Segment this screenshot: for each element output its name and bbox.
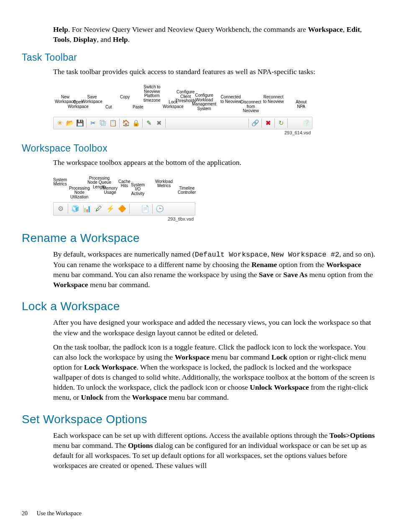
system-io-icon[interactable]: 🔶 [117, 204, 128, 214]
configure-wms-icon[interactable]: ✖ [154, 118, 164, 128]
open-workspace-icon[interactable]: 📂 [65, 118, 74, 128]
proc-queue-icon[interactable]: 📊 [82, 204, 92, 214]
separator [129, 204, 130, 214]
bold-help: Help [53, 25, 68, 33]
separator [248, 118, 249, 128]
toolbar-labels: New Workspace Open Workspace Save Worksp… [53, 82, 312, 117]
separator [86, 118, 87, 128]
workload-metrics-icon[interactable]: 📄 [140, 204, 151, 214]
reconnect-icon[interactable]: ↻ [276, 118, 286, 128]
separator [119, 118, 120, 128]
timeline-controller-icon[interactable]: 🕒 [154, 204, 165, 214]
configure-thresholds-icon[interactable]: ✎ [144, 118, 153, 128]
heading-workspace-toolbox: Workspace Toolbox [22, 143, 377, 154]
cache-hits-icon[interactable]: ⚡ [105, 204, 116, 214]
paste-icon[interactable]: 📋 [108, 118, 118, 128]
intro-paragraph: Help. For Neoview Query Viewer and Neovi… [22, 24, 377, 44]
separator [68, 204, 68, 214]
connected-icon[interactable]: 🔗 [251, 118, 260, 128]
lock-workspace-para1: After you have designed your workspace a… [22, 317, 377, 337]
workspace-toolbox-figure: System Metrics Processing Node Utilizati… [53, 174, 195, 221]
save-workspace-icon[interactable]: 💾 [75, 118, 84, 128]
rename-workspace-para: By default, workspaces are numerically n… [22, 249, 377, 290]
separator [142, 118, 143, 128]
new-workspace-icon[interactable]: ✳ [55, 118, 64, 128]
toolbar-figure-caption: 293_614.vsd [53, 130, 312, 135]
footer-section-title: Use the Workspace [37, 510, 82, 517]
heading-lock-workspace: Lock a Workspace [22, 300, 377, 313]
task-toolbar-figure: New Workspace Open Workspace Save Worksp… [53, 82, 312, 135]
proc-node-util-icon[interactable]: 🧊 [70, 204, 81, 214]
lock-workspace-icon[interactable]: 🔒 [131, 118, 141, 128]
about-icon[interactable]: ❔ [303, 119, 310, 127]
toolbox-labels: System Metrics Processing Node Utilizati… [53, 174, 195, 202]
toolbar-icon-strip: ✳ 📂 💾 ✂ ⿻ 📋 🏠 🔒 ✎ ✖ 🔗 ✖ ↻ ❔ [53, 117, 312, 129]
system-metrics-icon[interactable]: ⚙ [55, 204, 66, 214]
page-footer: 20 Use the Workspace [22, 510, 82, 517]
heading-task-toolbar: Task Toolbar [22, 52, 377, 63]
disconnect-icon[interactable]: ✖ [263, 118, 273, 128]
page-number: 20 [22, 510, 28, 517]
heading-rename-workspace: Rename a Workspace [22, 231, 377, 245]
toolbox-figure-caption: 293_tlbx.vsd [53, 216, 195, 221]
lock-workspace-para2: On the task toolbar, the padlock icon is… [22, 342, 377, 403]
heading-set-workspace-options: Set Workspace Options [22, 413, 377, 426]
cut-icon[interactable]: ✂ [88, 118, 97, 128]
workspace-toolbox-para: The workspace toolbox appears at the bot… [22, 157, 377, 167]
copy-icon[interactable]: ⿻ [98, 118, 107, 128]
separator [287, 118, 288, 128]
separator [165, 118, 166, 128]
set-workspace-options-para: Each workspace can be set up with differ… [22, 430, 377, 471]
separator [261, 118, 262, 128]
toolbox-icon-strip: ⚙ 🧊 📊 🖊 ⚡ 🔶 📄 🕒 [53, 202, 195, 216]
task-toolbar-para: The task toolbar provides quick access t… [22, 67, 377, 77]
separator [152, 204, 153, 214]
memory-usage-icon[interactable]: 🖊 [93, 204, 104, 214]
separator [274, 118, 275, 128]
timezone-icon[interactable]: 🏠 [121, 118, 130, 128]
